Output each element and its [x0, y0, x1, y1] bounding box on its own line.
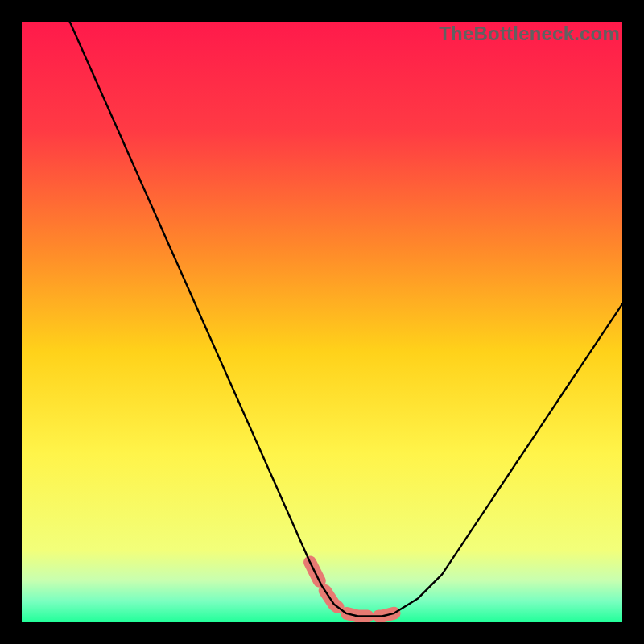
- bottleneck-chart: [22, 22, 622, 622]
- chart-frame: TheBottleneck.com: [0, 0, 644, 644]
- svg-rect-0: [22, 22, 622, 622]
- plot-area: [22, 22, 622, 622]
